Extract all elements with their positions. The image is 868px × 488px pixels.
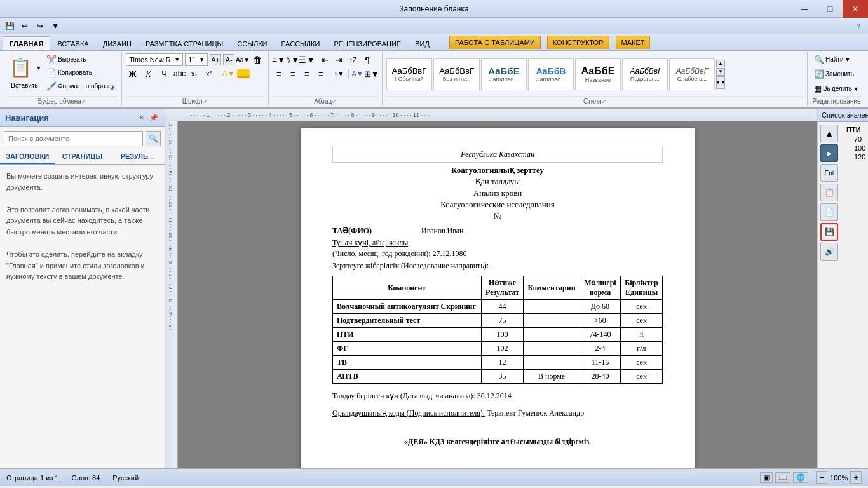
find-button[interactable]: 🔍 Найти ▼ — [811, 53, 853, 65]
styles-scroll-down[interactable]: ▼ — [716, 68, 725, 76]
styles-expander[interactable]: ⤢ — [602, 98, 606, 104]
style-normal[interactable]: АаБбВвГ ! Обычный — [386, 58, 433, 90]
nav-search-button[interactable]: 🔍 — [146, 131, 161, 146]
rp-copy-up-button[interactable]: 📋 — [820, 184, 838, 201]
highlight-color-button[interactable] — [237, 69, 250, 78]
save-qa-button[interactable]: 💾 — [3, 20, 17, 32]
close-button[interactable]: ✕ — [843, 0, 868, 18]
status-print-layout-button[interactable]: ▣ — [760, 472, 773, 483]
tab-mailings[interactable]: РАССЫЛКИ — [275, 36, 327, 50]
nav-tab-pages[interactable]: СТРАНИЦЫ — [55, 150, 109, 164]
decrease-indent-button[interactable]: ⇤ — [319, 53, 332, 66]
show-formatting-button[interactable]: ¶ — [361, 53, 374, 66]
select-dropdown[interactable]: ▼ — [853, 86, 859, 92]
nav-search-input[interactable] — [4, 131, 143, 146]
rp-scroll-up-button[interactable]: ▲ — [820, 125, 838, 142]
tab-references[interactable]: ССЫЛКИ — [230, 36, 274, 50]
subscript-button[interactable]: x₂ — [188, 67, 201, 80]
font-size-increase-button[interactable]: A+ — [210, 54, 221, 65]
rp-tree-parent[interactable]: ПТИ — [844, 125, 868, 135]
qa-dropdown-button[interactable]: ▼ — [48, 20, 62, 32]
text-effects-button[interactable]: A▼ — [222, 67, 235, 80]
bold-button[interactable]: Ж — [126, 67, 140, 80]
nav-panel-close-button[interactable]: ✕ — [135, 112, 147, 123]
find-label: Найти — [825, 56, 844, 63]
find-dropdown[interactable]: ▼ — [844, 57, 850, 63]
justify-button[interactable]: ≡ — [315, 67, 327, 80]
paste-button[interactable]: 📋 — [6, 53, 35, 82]
tab-home[interactable]: ГЛАВНАЯ — [3, 36, 50, 50]
style-heading1[interactable]: АаБбЕ Заголово... — [481, 58, 527, 90]
undo-qa-button[interactable]: ↩ — [18, 20, 32, 32]
align-center-button[interactable]: ≡ — [287, 67, 299, 80]
maximize-button[interactable]: □ — [817, 0, 843, 18]
increase-indent-button[interactable]: ⇥ — [333, 53, 346, 66]
tab-review[interactable]: РЕЦЕНЗИРОВАНИЕ — [327, 36, 408, 50]
zoom-out-button[interactable]: − — [816, 471, 827, 484]
tab-design[interactable]: ДИЗАЙН — [96, 36, 139, 50]
font-size-arrow[interactable]: ▼ — [199, 57, 205, 63]
copy-button[interactable]: 📄 Копировать — [44, 67, 118, 79]
change-case-button[interactable]: Aa▼ — [236, 53, 249, 66]
bullets-button[interactable]: ≡▼ — [273, 53, 285, 66]
clear-format-button[interactable]: 🗑 — [251, 53, 264, 66]
italic-button[interactable]: К — [142, 67, 156, 80]
superscript-button[interactable]: x² — [203, 67, 215, 80]
style-no-spacing[interactable]: АаБбВвГ Без инте... — [433, 58, 480, 90]
align-left-button[interactable]: ≡ — [273, 67, 285, 80]
tab-view[interactable]: ВИД — [408, 36, 437, 50]
font-color-button[interactable] — [252, 67, 264, 80]
replace-button[interactable]: 🔄 Заменить — [811, 68, 857, 80]
status-web-button[interactable]: 🌐 — [793, 472, 808, 483]
help-button[interactable]: ? — [857, 22, 865, 30]
nav-tab-results[interactable]: РЕЗУЛЬ... — [110, 150, 165, 164]
para-expander[interactable]: ⤢ — [332, 98, 336, 104]
rp-nav-button[interactable]: ▶ — [820, 144, 838, 162]
rp-tree-child-0[interactable]: 70 — [844, 135, 868, 144]
rp-ent-button[interactable]: Ent — [820, 164, 838, 182]
strikethrough-button[interactable]: abc — [173, 67, 186, 80]
multilevel-button[interactable]: ☰▼ — [301, 53, 313, 66]
zoom-in-button[interactable]: + — [850, 471, 862, 484]
nav-panel-pin-button[interactable]: 📌 — [148, 112, 159, 123]
document-scroll[interactable]: Республика Казахстан Коагуологиялық зерт… — [178, 121, 817, 468]
rp-sound-button[interactable]: 🔊 — [820, 243, 838, 261]
rp-tree-child-2[interactable]: 120 — [844, 152, 868, 161]
style-heading2[interactable]: АаБбВ Заголово... — [528, 58, 574, 90]
redo-qa-button[interactable]: ↪ — [33, 20, 47, 32]
style-subtle-emphasis[interactable]: АаБбВеГ Слабое в... — [669, 58, 715, 90]
borders-button[interactable]: ⊞▼ — [365, 67, 378, 80]
style-title[interactable]: АаБбЕ Название — [575, 58, 621, 90]
font-name-arrow[interactable]: ▼ — [174, 57, 180, 63]
rp-tree-child-1[interactable]: 100 — [844, 144, 868, 152]
font-name-input[interactable]: Times New R ▼ — [126, 53, 183, 66]
paste-dropdown-button[interactable]: ▼ — [35, 53, 43, 82]
tab-constructor[interactable]: КОНСТРУКТОР — [547, 36, 609, 49]
format-painter-button[interactable]: 🖌️ Формат по образцу — [44, 80, 118, 92]
font-expander[interactable]: ⤢ — [203, 98, 208, 104]
style-subtitle[interactable]: АаБбВвI Подзагол... — [622, 58, 668, 90]
line-spacing-button[interactable]: ↕▼ — [333, 67, 346, 80]
rp-save-button[interactable]: 💾 — [820, 223, 838, 241]
tab-insert[interactable]: ВСТАВКА — [50, 36, 95, 50]
numbering-button[interactable]: ⑊▼ — [287, 53, 299, 66]
font-size-input[interactable]: 11 ▼ — [185, 53, 208, 66]
styles-scroll-up[interactable]: ▲ — [716, 60, 725, 67]
tab-layout[interactable]: РАЗМЕТКА СТРАНИЦЫ — [139, 36, 230, 50]
clipboard-expander[interactable]: ⤢ — [81, 98, 86, 104]
tab-layout2[interactable]: МАКЕТ — [616, 36, 651, 49]
select-button[interactable]: ▦ Выделить ▼ — [811, 83, 862, 95]
nav-tab-headings[interactable]: ЗАГОЛОВКИ — [0, 150, 55, 164]
underline-button[interactable]: Ч — [158, 67, 172, 80]
minimize-button[interactable]: ─ — [792, 0, 817, 18]
tab-table-tools[interactable]: РАБОТА С ТАБЛИЦАМИ — [449, 36, 541, 49]
rp-copy-down-button[interactable]: 📄 — [820, 203, 838, 221]
sort-button[interactable]: ↕Z — [347, 53, 360, 66]
align-right-button[interactable]: ≡ — [301, 67, 313, 80]
font-size-decrease-button[interactable]: A- — [223, 54, 234, 65]
status-reading-button[interactable]: 📖 — [775, 472, 790, 483]
cut-button[interactable]: ✂️ Вырезать — [44, 53, 118, 65]
styles-expand-more[interactable]: ▼▼ — [716, 76, 725, 89]
shading-button[interactable]: A▼ — [351, 67, 364, 80]
table-row: АПТВ 35 В норме 28-40 сек — [333, 370, 663, 384]
